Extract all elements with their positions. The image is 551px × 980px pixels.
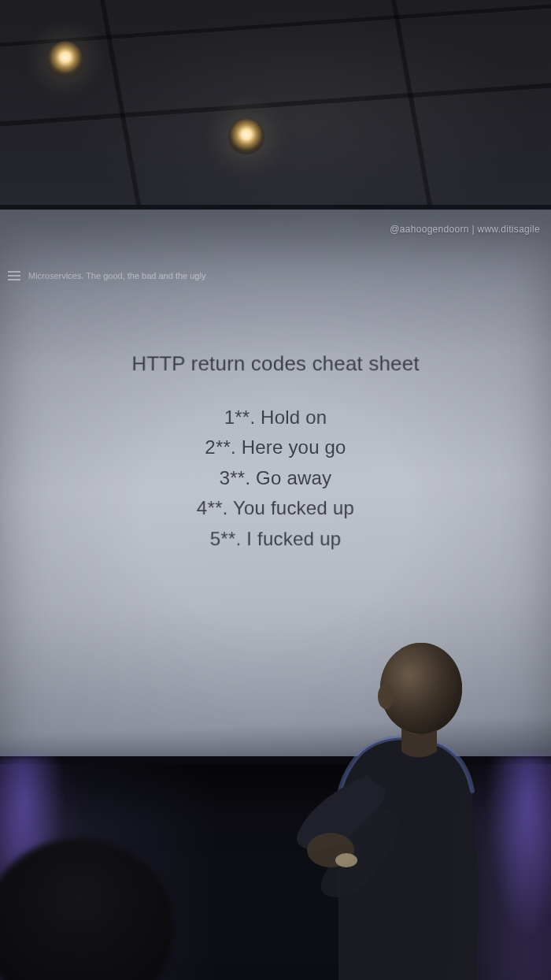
code-line: 5**. I fucked up bbox=[0, 524, 551, 555]
hamburger-icon bbox=[8, 271, 20, 280]
speaker-handle: @aahoogendoorn | www.ditisagile bbox=[390, 224, 540, 235]
ceiling-tile-line bbox=[0, 5, 551, 47]
slide-subbar: Microservices. The good, the bad and the… bbox=[0, 271, 551, 280]
slide-title: HTTP return codes cheat sheet bbox=[1, 352, 550, 377]
slide-topbar: @aahoogendoorn | www.ditisagile bbox=[0, 224, 551, 235]
ceiling-tile-line bbox=[0, 84, 551, 127]
stage-light-right bbox=[480, 756, 551, 977]
talk-title: Microservices. The good, the bad and the… bbox=[28, 271, 205, 280]
ceiling bbox=[0, 0, 551, 205]
ceiling-tile-line bbox=[391, 0, 432, 205]
http-codes-list: 1**. Hold on 2**. Here you go 3**. Go aw… bbox=[0, 403, 551, 554]
conference-photo: @aahoogendoorn | www.ditisagile Microser… bbox=[0, 0, 551, 980]
code-line: 3**. Go away bbox=[0, 463, 551, 493]
code-line: 2**. Here you go bbox=[0, 432, 551, 462]
ceiling-downlight bbox=[47, 41, 83, 77]
code-line: 1**. Hold on bbox=[0, 403, 550, 432]
projection-screen: @aahoogendoorn | www.ditisagile Microser… bbox=[0, 205, 551, 761]
ceiling-tile-line bbox=[100, 0, 141, 205]
code-line: 4**. You fucked up bbox=[0, 493, 551, 524]
ceiling-downlight bbox=[228, 118, 264, 154]
slide-body: HTTP return codes cheat sheet 1**. Hold … bbox=[0, 352, 551, 555]
